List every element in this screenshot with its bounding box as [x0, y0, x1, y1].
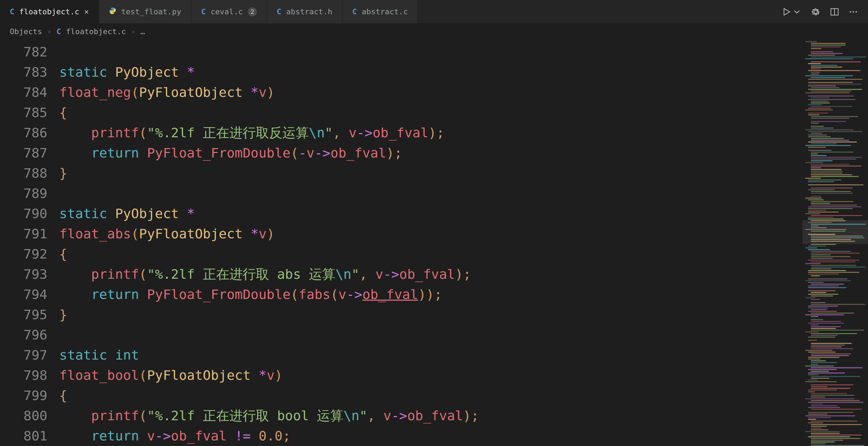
breadcrumb[interactable]: Objects › C floatobject.c › …: [0, 24, 868, 39]
run-button[interactable]: [782, 7, 802, 17]
chevron-down-icon: [792, 7, 802, 17]
split-editor-icon[interactable]: [830, 7, 839, 17]
c-lang-icon: C: [56, 27, 61, 36]
line-number: 789: [0, 183, 47, 203]
tab-floatobject-c[interactable]: C floatobject.c ×: [0, 0, 99, 23]
line-number-gutter: 7827837847857867877887897907917927937947…: [0, 39, 59, 446]
unsaved-badge: 2: [248, 7, 257, 16]
svg-point-2: [850, 11, 851, 12]
gear-icon[interactable]: [811, 7, 821, 17]
line-number: 787: [0, 143, 47, 163]
line-number: 784: [0, 82, 47, 102]
tab-ceval-c[interactable]: C ceval.c 2: [191, 0, 267, 23]
python-lang-icon: [109, 7, 116, 16]
tab-abstract-h[interactable]: C abstract.h: [267, 0, 343, 23]
chevron-right-icon: ›: [131, 27, 135, 36]
code-area[interactable]: static PyObject * float_neg(PyFloatObjec…: [59, 39, 802, 446]
c-lang-icon: C: [10, 7, 14, 16]
minimap[interactable]: [802, 39, 868, 446]
close-icon[interactable]: ×: [84, 8, 89, 16]
chevron-right-icon: ›: [47, 27, 52, 36]
line-number: 796: [0, 325, 47, 345]
tab-label: abstract.h: [286, 7, 332, 16]
minimap-viewport[interactable]: [802, 220, 868, 244]
svg-point-3: [853, 11, 854, 12]
tab-bar: C floatobject.c × test_float.py C ceval.…: [0, 0, 868, 24]
line-number: 798: [0, 365, 47, 385]
line-number: 801: [0, 426, 47, 446]
breadcrumb-file[interactable]: floatobject.c: [66, 27, 126, 36]
line-number: 790: [0, 203, 47, 224]
line-number: 792: [0, 244, 47, 264]
tab-test-float-py[interactable]: test_float.py: [99, 0, 191, 23]
line-number: 800: [0, 406, 47, 426]
c-lang-icon: C: [352, 7, 357, 16]
tab-label: ceval.c: [211, 7, 243, 16]
line-number: 791: [0, 224, 47, 244]
c-lang-icon: C: [201, 7, 206, 16]
more-icon[interactable]: [848, 7, 858, 17]
line-number: 786: [0, 123, 47, 143]
line-number: 788: [0, 163, 47, 183]
tab-abstract-c[interactable]: C abstract.c: [343, 0, 418, 23]
line-number: 785: [0, 102, 47, 123]
code-editor[interactable]: 7827837847857867877887897907917927937947…: [0, 39, 868, 446]
svg-point-4: [855, 11, 857, 12]
breadcrumb-folder[interactable]: Objects: [10, 27, 42, 36]
line-number: 793: [0, 264, 47, 284]
line-number: 794: [0, 284, 47, 305]
tab-label: abstract.c: [362, 7, 408, 16]
line-number: 795: [0, 305, 47, 325]
line-number: 782: [0, 42, 47, 62]
editor-actions: [772, 0, 868, 23]
c-lang-icon: C: [277, 7, 281, 16]
line-number: 797: [0, 345, 47, 365]
line-number: 799: [0, 385, 47, 406]
line-number: 783: [0, 62, 47, 82]
tab-label: test_float.py: [121, 7, 181, 16]
breadcrumb-tail[interactable]: …: [140, 27, 145, 36]
tabs: C floatobject.c × test_float.py C ceval.…: [0, 0, 772, 23]
tab-label: floatobject.c: [19, 7, 79, 16]
